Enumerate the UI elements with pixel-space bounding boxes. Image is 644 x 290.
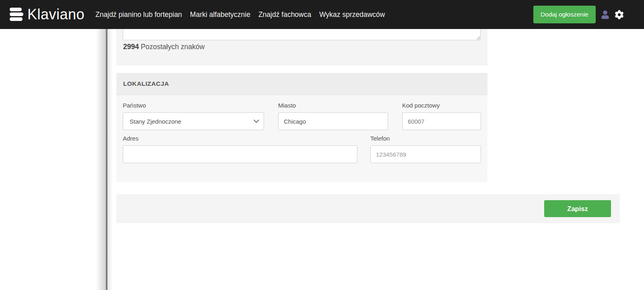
location-section: LOKALIZACJA Państwo Stany Zjednoczone <box>116 73 487 182</box>
country-field: Państwo Stany Zjednoczone <box>123 102 264 130</box>
page-edge-shadow-inner <box>107 29 113 290</box>
phone-label: Telefon <box>370 135 481 142</box>
main-nav: Znajdź pianino lub fortepian Marki alfab… <box>95 8 385 21</box>
location-section-title: LOKALIZACJA <box>123 80 169 87</box>
nav-item-find-piano[interactable]: Znajdź pianino lub fortepian <box>95 8 182 21</box>
header-right-cluster: Dodaj ogłoszenie <box>533 0 624 29</box>
city-input[interactable] <box>278 112 388 130</box>
nav-item-sellers-list[interactable]: Wykaz sprzedawców <box>319 8 385 21</box>
address-input[interactable] <box>123 145 357 163</box>
postal-code-input[interactable] <box>402 112 481 130</box>
gear-icon[interactable] <box>615 10 624 19</box>
page: Klaviano Znajdź pianino lub fortepian Ma… <box>0 0 644 290</box>
postal-code-field: Kod pocztowy <box>402 102 481 130</box>
stacked-bars-logo-icon <box>10 7 24 22</box>
country-label: Państwo <box>123 102 264 109</box>
city-field: Miasto <box>278 102 388 130</box>
add-listing-button[interactable]: Dodaj ogłoszenie <box>533 6 596 23</box>
page-edge-shadow <box>96 29 106 290</box>
chars-remaining: 2994 Pozostałych znaków <box>123 43 204 51</box>
save-bar: Zapisz <box>116 194 620 223</box>
phone-field: Telefon <box>370 135 481 163</box>
phone-input[interactable] <box>370 145 481 163</box>
location-form-row-1: Państwo Stany Zjednoczone Miasto <box>123 102 481 130</box>
nav-item-find-specialist[interactable]: Znajdź fachowca <box>258 8 311 21</box>
brand-logo[interactable]: Klaviano <box>10 6 85 23</box>
address-label: Adres <box>123 135 357 142</box>
location-section-header: LOKALIZACJA <box>116 73 487 95</box>
location-form: Państwo Stany Zjednoczone Miasto <box>116 95 487 163</box>
chars-remaining-count: 2994 <box>123 43 139 51</box>
nav-item-brands-alphabetical[interactable]: Marki alfabetycznie <box>190 8 250 21</box>
postal-code-label: Kod pocztowy <box>402 102 481 109</box>
country-select[interactable]: Stany Zjednoczone <box>123 112 264 130</box>
save-button[interactable]: Zapisz <box>544 200 611 217</box>
chars-remaining-label: Pozostałych znaków <box>141 43 205 51</box>
top-navbar: Klaviano Znajdź pianino lub fortepian Ma… <box>0 0 644 29</box>
city-label: Miasto <box>278 102 388 109</box>
location-form-row-2: Adres Telefon <box>123 135 481 163</box>
brand-name: Klaviano <box>27 6 85 23</box>
address-field: Adres <box>123 135 357 163</box>
user-icon[interactable] <box>601 10 609 19</box>
